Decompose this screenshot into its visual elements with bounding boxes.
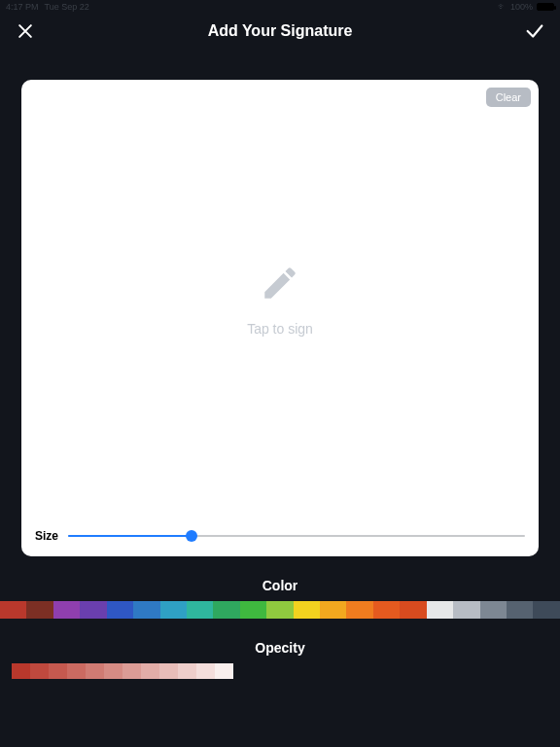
opacity-swatch-6[interactable] — [122, 663, 141, 679]
color-swatch-7[interactable] — [187, 601, 213, 619]
header: Add Your Signature — [0, 14, 560, 49]
signature-canvas[interactable]: Tap to sign — [21, 80, 539, 519]
color-swatch-5[interactable] — [133, 601, 159, 619]
opacity-swatch-0[interactable] — [12, 663, 30, 679]
opacity-swatch-9[interactable] — [178, 663, 196, 679]
color-swatch-12[interactable] — [320, 601, 346, 619]
opacity-swatch-10[interactable] — [196, 663, 215, 679]
color-swatch-4[interactable] — [107, 601, 133, 619]
done-button[interactable] — [523, 19, 546, 43]
opacity-swatch-4[interactable] — [86, 663, 104, 679]
color-swatch-16[interactable] — [427, 601, 453, 619]
color-swatch-3[interactable] — [80, 601, 106, 619]
opacity-swatch-3[interactable] — [67, 663, 86, 679]
opacity-swatch-11[interactable] — [215, 663, 233, 679]
opacity-swatch-7[interactable] — [141, 663, 159, 679]
color-swatch-15[interactable] — [400, 601, 426, 619]
color-swatch-11[interactable] — [294, 601, 320, 619]
color-swatch-6[interactable] — [160, 601, 187, 619]
opacity-swatch-1[interactable] — [30, 663, 49, 679]
tap-to-sign-label: Tap to sign — [247, 321, 313, 337]
color-swatch-0[interactable] — [0, 601, 26, 619]
opacity-swatch-5[interactable] — [104, 663, 122, 679]
color-swatch-10[interactable] — [266, 601, 293, 619]
slider-fill — [68, 535, 192, 537]
color-swatch-20[interactable] — [533, 601, 559, 619]
color-swatch-18[interactable] — [480, 601, 507, 619]
pencil-icon — [260, 263, 300, 303]
size-label: Size — [35, 529, 58, 543]
color-swatch-1[interactable] — [26, 601, 52, 619]
size-slider[interactable] — [68, 529, 525, 543]
slider-thumb[interactable] — [186, 530, 197, 542]
wifi-icon: ᯤ — [498, 2, 507, 12]
opacity-palette — [12, 663, 233, 679]
color-swatch-9[interactable] — [240, 601, 266, 619]
size-row: Size — [21, 519, 539, 556]
signature-card: Clear Tap to sign Size — [21, 80, 539, 556]
color-palette — [0, 601, 560, 619]
page-title: Add Your Signature — [0, 22, 560, 40]
color-swatch-14[interactable] — [373, 601, 400, 619]
close-button[interactable] — [14, 19, 37, 43]
battery-icon — [537, 3, 554, 11]
opacity-swatch-2[interactable] — [49, 663, 67, 679]
color-swatch-19[interactable] — [507, 601, 533, 619]
color-swatch-13[interactable] — [346, 601, 372, 619]
color-swatch-8[interactable] — [213, 601, 239, 619]
close-icon — [16, 21, 35, 41]
clear-button[interactable]: Clear — [486, 88, 531, 107]
status-bar: 4:17 PM Tue Sep 22 ᯤ 100% — [0, 0, 560, 14]
color-section-label: Color — [0, 578, 560, 593]
color-swatch-17[interactable] — [453, 601, 479, 619]
status-date: Tue Sep 22 — [45, 2, 89, 12]
color-swatch-2[interactable] — [53, 601, 80, 619]
battery-percent: 100% — [510, 2, 533, 12]
check-icon — [524, 20, 545, 42]
opacity-section-label: Opecity — [0, 640, 560, 656]
opacity-swatch-8[interactable] — [159, 663, 178, 679]
status-time: 4:17 PM — [6, 2, 39, 12]
